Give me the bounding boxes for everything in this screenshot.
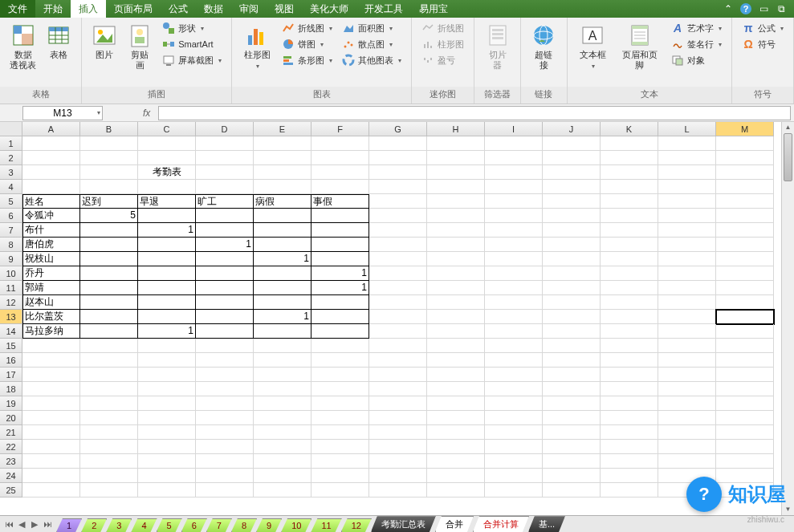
sheet-tab-10[interactable]: 10	[281, 518, 311, 532]
sheet-tab-1[interactable]: 1	[56, 518, 82, 532]
cell-L3[interactable]	[658, 165, 716, 180]
menu-view[interactable]: 视图	[267, 0, 302, 18]
sheet-tab-12[interactable]: 12	[341, 518, 372, 532]
cell-L15[interactable]	[658, 339, 716, 353]
cell-I9[interactable]	[485, 252, 543, 266]
cell-E3[interactable]	[254, 165, 311, 180]
table-button[interactable]: 表格	[41, 21, 76, 62]
cell-F12[interactable]	[311, 295, 369, 310]
cell-H19[interactable]	[427, 396, 485, 411]
cell-G21[interactable]	[369, 425, 427, 440]
cell-E23[interactable]	[254, 454, 311, 469]
cell-A24[interactable]	[22, 469, 80, 483]
formula-input[interactable]	[158, 106, 791, 120]
col-header-D[interactable]: D	[196, 122, 254, 136]
cell-M22[interactable]	[716, 440, 774, 454]
cell-B3[interactable]	[80, 165, 138, 180]
row-header-6[interactable]: 6	[0, 209, 22, 223]
cell-F9[interactable]	[311, 252, 369, 266]
cell-E6[interactable]	[254, 209, 311, 223]
cell-C6[interactable]	[138, 209, 196, 223]
cell-A15[interactable]	[22, 339, 80, 353]
cell-H8[interactable]	[427, 238, 485, 252]
other-chart-button[interactable]: 其他图表▾	[340, 53, 403, 67]
cell-G10[interactable]	[369, 266, 427, 281]
area-chart-button[interactable]: 面积图▾	[340, 21, 403, 35]
cell-L2[interactable]	[658, 151, 716, 165]
cell-G14[interactable]	[369, 324, 427, 339]
cell-G23[interactable]	[369, 454, 427, 469]
cell-I17[interactable]	[485, 368, 543, 382]
menu-beautify[interactable]: 美化大师	[302, 0, 356, 18]
cell-F23[interactable]	[311, 454, 369, 469]
cell-L18[interactable]	[658, 382, 716, 396]
cell-L7[interactable]	[658, 223, 716, 238]
cell-C14[interactable]: 1	[138, 324, 196, 339]
sheet-tab-11[interactable]: 11	[311, 518, 341, 532]
cell-H20[interactable]	[427, 411, 485, 425]
cell-G11[interactable]	[369, 281, 427, 295]
cell-B21[interactable]	[80, 425, 138, 440]
cell-J9[interactable]	[543, 252, 601, 266]
cell-B18[interactable]	[80, 382, 138, 396]
cell-A2[interactable]	[22, 151, 80, 165]
row-header-18[interactable]: 18	[0, 382, 22, 396]
cell-D15[interactable]	[196, 339, 254, 353]
cell-K1[interactable]	[601, 136, 658, 151]
cell-E9[interactable]: 1	[254, 252, 311, 266]
cell-K8[interactable]	[601, 238, 658, 252]
cell-H10[interactable]	[427, 266, 485, 281]
cell-E19[interactable]	[254, 396, 311, 411]
cell-K7[interactable]	[601, 223, 658, 238]
cell-G12[interactable]	[369, 295, 427, 310]
cell-K10[interactable]	[601, 266, 658, 281]
cell-M18[interactable]	[716, 382, 774, 396]
sheet-tab-4[interactable]: 4	[131, 518, 157, 532]
cell-E20[interactable]	[254, 411, 311, 425]
cell-C12[interactable]	[138, 295, 196, 310]
cell-K23[interactable]	[601, 454, 658, 469]
cell-F5[interactable]: 事假	[311, 194, 369, 209]
cell-F22[interactable]	[311, 440, 369, 454]
cell-K15[interactable]	[601, 339, 658, 353]
cell-D23[interactable]	[196, 454, 254, 469]
cell-E15[interactable]	[254, 339, 311, 353]
cell-C15[interactable]	[138, 339, 196, 353]
cell-L4[interactable]	[658, 180, 716, 194]
cell-C20[interactable]	[138, 411, 196, 425]
cell-D21[interactable]	[196, 425, 254, 440]
cell-I25[interactable]	[485, 483, 543, 497]
cell-F8[interactable]	[311, 238, 369, 252]
cell-F20[interactable]	[311, 411, 369, 425]
cell-D2[interactable]	[196, 151, 254, 165]
cell-M10[interactable]	[716, 266, 774, 281]
cell-H12[interactable]	[427, 295, 485, 310]
col-header-E[interactable]: E	[254, 122, 311, 136]
cell-E25[interactable]	[254, 483, 311, 497]
sheet-nav-prev-icon[interactable]: ◀	[16, 519, 27, 530]
cell-G6[interactable]	[369, 209, 427, 223]
cell-J2[interactable]	[543, 151, 601, 165]
cell-F16[interactable]	[311, 353, 369, 368]
menu-pagelayout[interactable]: 页面布局	[106, 0, 161, 18]
cell-D16[interactable]	[196, 353, 254, 368]
cell-C24[interactable]	[138, 469, 196, 483]
cell-I16[interactable]	[485, 353, 543, 368]
cell-J17[interactable]	[543, 368, 601, 382]
cell-M9[interactable]	[716, 252, 774, 266]
cell-F18[interactable]	[311, 382, 369, 396]
cell-I21[interactable]	[485, 425, 543, 440]
row-header-20[interactable]: 20	[0, 411, 22, 425]
cell-I20[interactable]	[485, 411, 543, 425]
cell-D24[interactable]	[196, 469, 254, 483]
cell-A3[interactable]	[22, 165, 80, 180]
cell-I14[interactable]	[485, 324, 543, 339]
cell-H21[interactable]	[427, 425, 485, 440]
cell-K11[interactable]	[601, 281, 658, 295]
cell-J18[interactable]	[543, 382, 601, 396]
cell-A17[interactable]	[22, 368, 80, 382]
cell-G2[interactable]	[369, 151, 427, 165]
cell-E1[interactable]	[254, 136, 311, 151]
cell-D17[interactable]	[196, 368, 254, 382]
cell-F11[interactable]: 1	[311, 281, 369, 295]
